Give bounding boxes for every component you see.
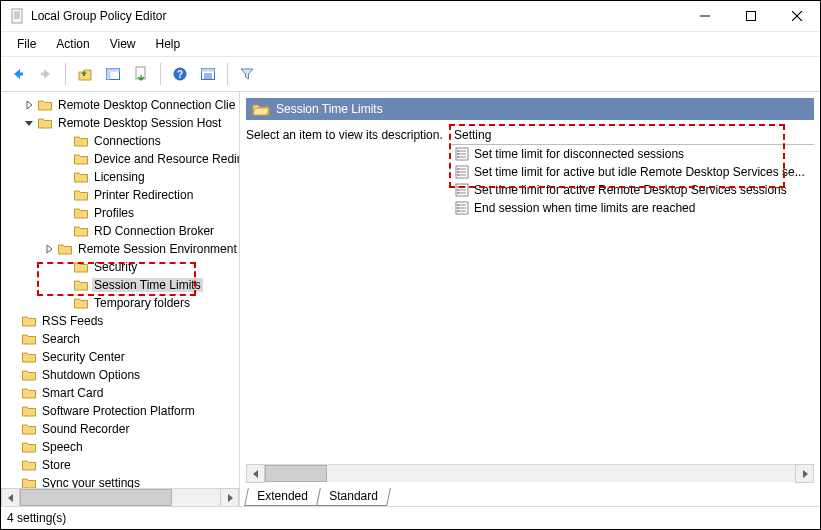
tree-item[interactable]: Sync your settings xyxy=(1,474,239,488)
scroll-left-icon[interactable] xyxy=(1,488,20,506)
setting-item[interactable]: Set time limit for disconnected sessions xyxy=(450,145,814,163)
tree-item[interactable]: Software Protection Platform xyxy=(1,402,239,420)
status-text: 4 setting(s) xyxy=(7,511,66,525)
tree-item-label: Device and Resource Redirecti xyxy=(92,152,239,166)
view-tabs: Extended Standard xyxy=(240,484,820,506)
menu-action[interactable]: Action xyxy=(46,35,99,53)
tree-item[interactable]: RSS Feeds xyxy=(1,312,239,330)
folder-icon xyxy=(57,241,73,257)
tree-item[interactable]: Licensing xyxy=(1,168,239,186)
details-pane: Session Time Limits Select an item to vi… xyxy=(240,92,820,506)
tree-item[interactable]: Sound Recorder xyxy=(1,420,239,438)
settings-column-header[interactable]: Setting xyxy=(450,128,814,145)
tree-item-label: Session Time Limits xyxy=(92,278,203,292)
tree-item-label: Security Center xyxy=(40,350,127,364)
back-button[interactable] xyxy=(5,61,31,87)
setting-label: End session when time limits are reached xyxy=(474,201,695,215)
tree-item[interactable]: Security Center xyxy=(1,348,239,366)
setting-label: Set time limit for active but idle Remot… xyxy=(474,165,805,179)
workarea: Remote Desktop Connection ClieRemote Des… xyxy=(1,92,820,506)
folder-icon xyxy=(21,439,37,455)
tree-item[interactable]: Temporary folders xyxy=(1,294,239,312)
up-button[interactable] xyxy=(72,61,98,87)
tree-item[interactable]: Shutdown Options xyxy=(1,366,239,384)
chevron-right-icon[interactable] xyxy=(41,244,57,254)
folder-icon xyxy=(21,457,37,473)
policy-tree[interactable]: Remote Desktop Connection ClieRemote Des… xyxy=(1,92,239,488)
tree-item[interactable]: RD Connection Broker xyxy=(1,222,239,240)
folder-icon xyxy=(73,169,89,185)
tree-pane: Remote Desktop Connection ClieRemote Des… xyxy=(1,92,240,506)
svg-point-49 xyxy=(457,210,459,212)
tree-item-label: Software Protection Platform xyxy=(40,404,197,418)
scroll-right-icon[interactable] xyxy=(795,464,814,483)
details-button[interactable] xyxy=(195,61,221,87)
tree-item[interactable]: Remote Desktop Connection Clie xyxy=(1,96,239,114)
policy-icon xyxy=(454,164,470,180)
tree-item[interactable]: Connections xyxy=(1,132,239,150)
setting-item[interactable]: Set time limit for active but idle Remot… xyxy=(450,163,814,181)
svg-point-41 xyxy=(457,189,459,191)
folder-icon xyxy=(73,187,89,203)
chevron-down-icon[interactable] xyxy=(21,118,37,128)
menu-help[interactable]: Help xyxy=(146,35,191,53)
tab-extended[interactable]: Extended xyxy=(244,488,321,506)
tab-standard[interactable]: Standard xyxy=(316,488,391,506)
maximize-button[interactable] xyxy=(728,1,774,31)
scroll-left-icon[interactable] xyxy=(246,464,265,483)
setting-item[interactable]: Set time limit for active Remote Desktop… xyxy=(450,181,814,199)
tree-item-label: Remote Desktop Connection Clie xyxy=(56,98,237,112)
chevron-right-icon[interactable] xyxy=(21,100,37,110)
tree-item[interactable]: Profiles xyxy=(1,204,239,222)
tree-item-label: Shutdown Options xyxy=(40,368,142,382)
tree-item-label: Printer Redirection xyxy=(92,188,195,202)
tree-item[interactable]: Speech xyxy=(1,438,239,456)
tree-item[interactable]: Search xyxy=(1,330,239,348)
minimize-button[interactable] xyxy=(682,1,728,31)
menu-view[interactable]: View xyxy=(100,35,146,53)
folder-icon xyxy=(21,475,37,488)
help-button[interactable]: ? xyxy=(167,61,193,87)
tree-item[interactable]: Store xyxy=(1,456,239,474)
show-hide-tree-button[interactable] xyxy=(100,61,126,87)
toolbar-separator xyxy=(227,63,228,85)
tree-item[interactable]: Remote Session Environment xyxy=(1,240,239,258)
tree-item[interactable]: Remote Desktop Session Host xyxy=(1,114,239,132)
policy-icon xyxy=(454,182,470,198)
svg-text:?: ? xyxy=(177,69,183,80)
export-button[interactable] xyxy=(128,61,154,87)
svg-rect-12 xyxy=(107,69,120,72)
header-band: Session Time Limits xyxy=(246,98,814,120)
tree-item[interactable]: Security xyxy=(1,258,239,276)
folder-icon xyxy=(21,421,37,437)
tree-item[interactable]: Session Time Limits xyxy=(1,276,239,294)
details-horizontal-scrollbar[interactable] xyxy=(246,464,814,482)
folder-icon xyxy=(21,367,37,383)
scroll-right-icon[interactable] xyxy=(220,488,239,506)
svg-point-33 xyxy=(457,168,459,170)
tree-horizontal-scrollbar[interactable] xyxy=(1,488,239,506)
tree-item[interactable]: Printer Redirection xyxy=(1,186,239,204)
tree-item-label: Speech xyxy=(40,440,85,454)
tree-item-label: RSS Feeds xyxy=(40,314,105,328)
setting-item[interactable]: End session when time limits are reached xyxy=(450,199,814,217)
tree-item[interactable]: Smart Card xyxy=(1,384,239,402)
folder-icon xyxy=(37,97,53,113)
svg-point-26 xyxy=(457,150,459,152)
app-icon xyxy=(9,8,25,24)
close-button[interactable] xyxy=(774,1,820,31)
tree-item[interactable]: Device and Resource Redirecti xyxy=(1,150,239,168)
tree-item-label: Profiles xyxy=(92,206,136,220)
forward-button[interactable] xyxy=(33,61,59,87)
tree-item-label: Search xyxy=(40,332,82,346)
titlebar: Local Group Policy Editor xyxy=(1,1,820,32)
svg-point-47 xyxy=(457,204,459,206)
filter-button[interactable] xyxy=(234,61,260,87)
setting-label: Set time limit for disconnected sessions xyxy=(474,147,684,161)
svg-point-35 xyxy=(457,174,459,176)
tree-item-label: Remote Session Environment xyxy=(76,242,239,256)
tree-item-label: Sound Recorder xyxy=(40,422,131,436)
menu-file[interactable]: File xyxy=(7,35,46,53)
folder-icon xyxy=(73,259,89,275)
folder-open-icon xyxy=(252,100,270,118)
